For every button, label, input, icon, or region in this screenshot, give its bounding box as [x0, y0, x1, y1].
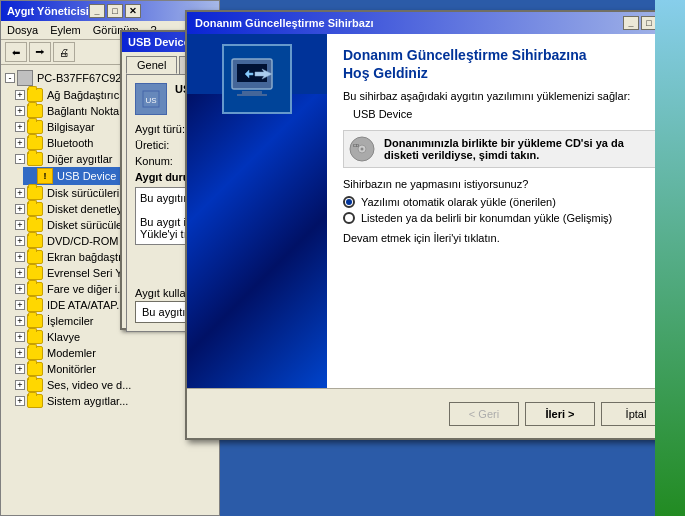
- tree-label: Ses, video ve d...: [47, 379, 131, 391]
- folder-icon: [27, 346, 43, 360]
- expand-icon[interactable]: -: [5, 73, 15, 83]
- minimize-btn[interactable]: _: [89, 4, 105, 18]
- tree-label: Bağlantı Noktal...: [47, 105, 131, 117]
- folder-icon: [27, 136, 43, 150]
- menu-dosya[interactable]: Dosya: [5, 23, 40, 37]
- expand-icon[interactable]: +: [15, 348, 25, 358]
- wizard-main-icon: [222, 44, 292, 114]
- maximize-btn[interactable]: □: [107, 4, 123, 18]
- warning-icon: !: [37, 168, 53, 184]
- folder-icon: [27, 330, 43, 344]
- next-btn[interactable]: İleri >: [525, 402, 595, 426]
- close-btn[interactable]: ✕: [125, 4, 141, 18]
- tree-label: Fare ve diğer i...: [47, 283, 126, 295]
- title-controls: _ □ ✕: [89, 4, 141, 18]
- tree-label: Klavye: [47, 331, 80, 343]
- expand-icon[interactable]: +: [15, 380, 25, 390]
- folder-icon: [27, 104, 43, 118]
- wizard-nav-text: Devam etmek için İleri'yi tıklatın.: [343, 232, 667, 244]
- hardware-svg-icon: [227, 49, 287, 109]
- usb-svg-icon: US: [139, 87, 163, 111]
- folder-icon: [27, 282, 43, 296]
- expand-icon[interactable]: +: [15, 220, 25, 230]
- tree-label: Evrensel Seri Y...: [47, 267, 130, 279]
- expand-icon[interactable]: +: [15, 138, 25, 148]
- wizard-cd-row: CD Donanımınızla birlikte bir yükleme CD…: [343, 130, 667, 168]
- cd-icon: CD: [348, 135, 376, 163]
- svg-text:CD: CD: [353, 143, 359, 148]
- wizard-cd-text: Donanımınızla birlikte bir yükleme CD'si…: [384, 137, 624, 161]
- expand-icon[interactable]: +: [15, 252, 25, 262]
- tree-label: Ağ Bağdaştırıcı: [47, 89, 122, 101]
- toolbar-btn-2[interactable]: ⮕: [29, 42, 51, 62]
- expand-icon[interactable]: +: [15, 268, 25, 278]
- wizard-footer: < Geri İleri > İptal: [187, 388, 683, 438]
- folder-icon: [27, 378, 43, 392]
- wizard-minimize-btn[interactable]: _: [623, 16, 639, 30]
- expand-icon[interactable]: +: [15, 396, 25, 406]
- wizard-body: Donanım Güncelleştirme SihirbazınaHoş Ge…: [187, 34, 683, 388]
- wizard-right-panel: Donanım Güncelleştirme SihirbazınaHoş Ge…: [327, 34, 683, 388]
- expand-icon[interactable]: +: [15, 300, 25, 310]
- wizard-titlebar: Donanım Güncelleştirme Sihirbazı _ □ ✕: [187, 12, 683, 34]
- folder-icon: [27, 362, 43, 376]
- folder-icon: [27, 266, 43, 280]
- expand-icon[interactable]: +: [15, 236, 25, 246]
- device-large-icon: US: [135, 83, 167, 115]
- tree-label: Diğer aygıtlar: [47, 153, 112, 165]
- wizard-options-label: Sihirbazın ne yapmasını istiyorsunuz?: [343, 178, 667, 190]
- tree-label: Bilgisayar: [47, 121, 95, 133]
- wizard-radio-group: Yazılımı otomatik olarak yükle (önerilen…: [343, 196, 667, 224]
- wizard-title-text: Donanım Güncelleştirme Sihirbazı: [195, 17, 374, 29]
- folder-icon: [27, 186, 43, 200]
- tree-label: Disk sürücüleri: [47, 187, 119, 199]
- tree-label: USB Device: [57, 170, 116, 182]
- tree-label: İşlemciler: [47, 315, 93, 327]
- folder-icon: [27, 394, 43, 408]
- folder-icon: [27, 298, 43, 312]
- svg-text:US: US: [145, 96, 156, 105]
- radio-manual[interactable]: [343, 212, 355, 224]
- expand-icon[interactable]: -: [15, 154, 25, 164]
- tree-label: Bluetooth: [47, 137, 93, 149]
- folder-icon: [27, 120, 43, 134]
- folder-icon: [27, 202, 43, 216]
- tree-label: IDE ATA/ATAP...: [47, 299, 125, 311]
- svg-rect-4: [242, 91, 262, 94]
- expand-icon[interactable]: +: [15, 204, 25, 214]
- radio-item-manual[interactable]: Listeden ya da belirli bir konumdan yükl…: [343, 212, 667, 224]
- folder-icon: [27, 250, 43, 264]
- expand-icon[interactable]: +: [15, 90, 25, 100]
- menu-eylem[interactable]: Eylem: [48, 23, 83, 37]
- folder-icon: [27, 234, 43, 248]
- expand-icon[interactable]: +: [15, 106, 25, 116]
- expand-icon[interactable]: +: [15, 364, 25, 374]
- expand-icon[interactable]: +: [15, 316, 25, 326]
- folder-icon: [27, 152, 43, 166]
- folder-icon: [27, 314, 43, 328]
- toolbar-btn-1[interactable]: ⬅: [5, 42, 27, 62]
- back-btn[interactable]: < Geri: [449, 402, 519, 426]
- expand-icon[interactable]: +: [15, 122, 25, 132]
- expand-icon[interactable]: +: [15, 332, 25, 342]
- hardware-update-wizard: Donanım Güncelleştirme Sihirbazı _ □ ✕: [185, 10, 685, 440]
- folder-icon: [27, 88, 43, 102]
- tree-label: Disket sürücüle...: [47, 219, 131, 231]
- radio-item-auto[interactable]: Yazılımı otomatik olarak yükle (önerilen…: [343, 196, 667, 208]
- radio-auto[interactable]: [343, 196, 355, 208]
- radio-manual-label: Listeden ya da belirli bir konumdan yükl…: [361, 212, 612, 224]
- tree-label: Monitörler: [47, 363, 96, 375]
- folder-icon: [27, 218, 43, 232]
- tab-genel[interactable]: Genel: [126, 56, 177, 74]
- wizard-left-panel: [187, 34, 327, 388]
- expand-icon[interactable]: +: [15, 188, 25, 198]
- computer-icon: [17, 70, 33, 86]
- device-manager-title-text: Aygıt Yöneticisi: [7, 5, 89, 17]
- expand-icon[interactable]: +: [15, 284, 25, 294]
- toolbar-btn-3[interactable]: 🖨: [53, 42, 75, 62]
- svg-rect-5: [237, 94, 267, 96]
- radio-auto-label: Yazılımı otomatik olarak yükle (önerilen…: [361, 196, 556, 208]
- wizard-device-name: USB Device: [353, 108, 667, 120]
- wizard-sub-text: Bu sihirbaz aşağıdaki aygıtın yazılımını…: [343, 90, 667, 102]
- tree-label: Modemler: [47, 347, 96, 359]
